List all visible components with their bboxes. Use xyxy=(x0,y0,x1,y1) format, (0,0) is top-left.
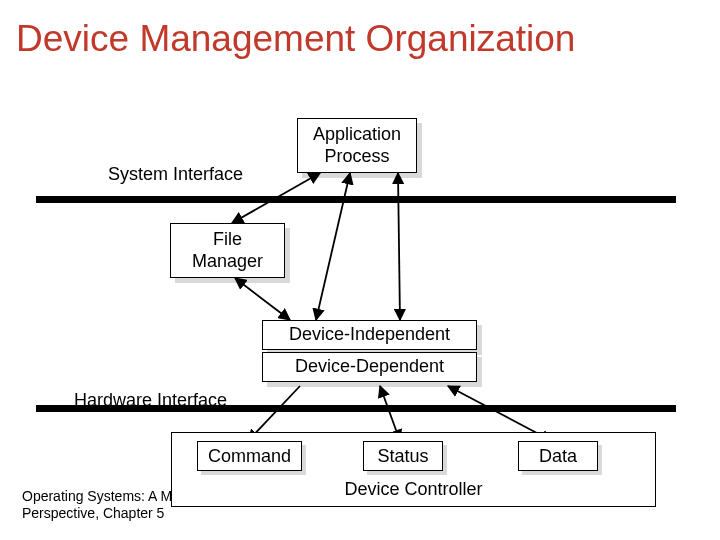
application-process-box: Application Process xyxy=(297,118,417,173)
system-interface-bar xyxy=(36,196,676,203)
device-independent-box: Device-Independent xyxy=(262,320,477,350)
file-manager-box: File Manager xyxy=(170,223,285,278)
system-interface-label: System Interface xyxy=(108,164,243,185)
hardware-interface-label: Hardware Interface xyxy=(74,390,227,411)
page-title: Device Management Organization xyxy=(16,18,575,60)
svg-line-3 xyxy=(235,278,290,320)
data-box: Data xyxy=(518,441,598,471)
device-dependent-box: Device-Dependent xyxy=(262,352,477,382)
status-box: Status xyxy=(363,441,443,471)
device-controller-label: Device Controller xyxy=(172,479,655,500)
command-box: Command xyxy=(197,441,302,471)
